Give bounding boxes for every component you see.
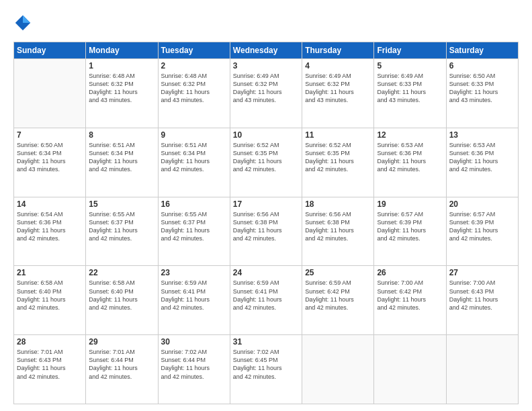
day-number: 9 — [161, 130, 227, 140]
day-number: 19 — [377, 199, 443, 209]
day-number: 31 — [233, 337, 299, 347]
day-number: 29 — [89, 337, 154, 347]
day-info: Sunrise: 6:59 AMSunset: 6:42 PMDaylight:… — [305, 279, 371, 312]
week-row-1: 7Sunrise: 6:50 AMSunset: 6:34 PMDaylight… — [14, 128, 519, 197]
day-info: Sunrise: 6:59 AMSunset: 6:41 PMDaylight:… — [161, 279, 227, 312]
day-number: 2 — [161, 61, 227, 71]
day-info: Sunrise: 6:53 AMSunset: 6:36 PMDaylight:… — [449, 141, 515, 174]
day-cell: 22Sunrise: 6:58 AMSunset: 6:40 PMDayligh… — [86, 266, 158, 335]
day-cell: 12Sunrise: 6:53 AMSunset: 6:36 PMDayligh… — [374, 128, 446, 197]
day-number: 22 — [89, 268, 154, 277]
day-number: 25 — [305, 268, 371, 277]
day-info: Sunrise: 6:59 AMSunset: 6:41 PMDaylight:… — [233, 279, 299, 312]
weekday-header-monday: Monday — [86, 42, 158, 59]
day-cell: 3Sunrise: 6:49 AMSunset: 6:32 PMDaylight… — [230, 59, 302, 128]
day-info: Sunrise: 6:53 AMSunset: 6:36 PMDaylight:… — [377, 141, 443, 174]
day-info: Sunrise: 6:51 AMSunset: 6:34 PMDaylight:… — [89, 141, 154, 174]
day-info: Sunrise: 6:54 AMSunset: 6:36 PMDaylight:… — [17, 210, 83, 243]
day-number: 13 — [449, 130, 515, 140]
day-number: 30 — [161, 337, 227, 347]
day-number: 27 — [449, 268, 515, 277]
svg-marker-1 — [23, 15, 30, 23]
day-info: Sunrise: 7:01 AMSunset: 6:44 PMDaylight:… — [89, 348, 154, 381]
day-info: Sunrise: 6:50 AMSunset: 6:34 PMDaylight:… — [17, 141, 83, 174]
day-number: 6 — [449, 61, 515, 71]
week-row-2: 14Sunrise: 6:54 AMSunset: 6:36 PMDayligh… — [14, 197, 519, 266]
day-info: Sunrise: 6:49 AMSunset: 6:32 PMDaylight:… — [233, 72, 299, 105]
day-info: Sunrise: 6:58 AMSunset: 6:40 PMDaylight:… — [89, 279, 154, 312]
day-number: 26 — [377, 268, 443, 277]
day-info: Sunrise: 6:57 AMSunset: 6:39 PMDaylight:… — [377, 210, 443, 243]
day-info: Sunrise: 7:02 AMSunset: 6:45 PMDaylight:… — [233, 348, 299, 381]
weekday-header-row: SundayMondayTuesdayWednesdayThursdayFrid… — [14, 42, 519, 59]
day-info: Sunrise: 6:49 AMSunset: 6:32 PMDaylight:… — [305, 72, 371, 105]
week-row-0: 1Sunrise: 6:48 AMSunset: 6:32 PMDaylight… — [14, 59, 519, 128]
day-cell: 2Sunrise: 6:48 AMSunset: 6:32 PMDaylight… — [158, 59, 230, 128]
day-cell: 5Sunrise: 6:49 AMSunset: 6:33 PMDaylight… — [374, 59, 446, 128]
day-number: 20 — [449, 199, 515, 209]
day-number: 5 — [377, 61, 443, 71]
day-cell: 20Sunrise: 6:57 AMSunset: 6:39 PMDayligh… — [446, 197, 518, 266]
day-info: Sunrise: 6:55 AMSunset: 6:37 PMDaylight:… — [89, 210, 154, 243]
day-number: 17 — [233, 199, 299, 209]
day-info: Sunrise: 7:00 AMSunset: 6:42 PMDaylight:… — [377, 279, 443, 312]
day-cell: 9Sunrise: 6:51 AMSunset: 6:34 PMDaylight… — [158, 128, 230, 197]
day-cell: 13Sunrise: 6:53 AMSunset: 6:36 PMDayligh… — [446, 128, 518, 197]
weekday-header-thursday: Thursday — [302, 42, 374, 59]
logo — [13, 13, 35, 32]
day-info: Sunrise: 6:50 AMSunset: 6:33 PMDaylight:… — [449, 72, 515, 105]
week-row-3: 21Sunrise: 6:58 AMSunset: 6:40 PMDayligh… — [14, 266, 519, 335]
day-cell: 26Sunrise: 7:00 AMSunset: 6:42 PMDayligh… — [374, 266, 446, 335]
day-cell: 11Sunrise: 6:52 AMSunset: 6:35 PMDayligh… — [302, 128, 374, 197]
day-cell — [14, 59, 86, 128]
logo-icon — [13, 13, 32, 32]
day-cell: 25Sunrise: 6:59 AMSunset: 6:42 PMDayligh… — [302, 266, 374, 335]
weekday-header-tuesday: Tuesday — [158, 42, 230, 59]
day-number: 24 — [233, 268, 299, 277]
day-number: 10 — [233, 130, 299, 140]
day-cell — [446, 335, 518, 404]
day-cell: 21Sunrise: 6:58 AMSunset: 6:40 PMDayligh… — [14, 266, 86, 335]
day-number: 4 — [305, 61, 371, 71]
day-cell: 23Sunrise: 6:59 AMSunset: 6:41 PMDayligh… — [158, 266, 230, 335]
day-cell: 18Sunrise: 6:56 AMSunset: 6:38 PMDayligh… — [302, 197, 374, 266]
weekday-header-sunday: Sunday — [14, 42, 86, 59]
day-number: 15 — [89, 199, 154, 209]
day-cell: 24Sunrise: 6:59 AMSunset: 6:41 PMDayligh… — [230, 266, 302, 335]
day-number: 23 — [161, 268, 227, 277]
day-number: 8 — [89, 130, 154, 140]
day-cell: 15Sunrise: 6:55 AMSunset: 6:37 PMDayligh… — [86, 197, 158, 266]
day-info: Sunrise: 6:56 AMSunset: 6:38 PMDaylight:… — [233, 210, 299, 243]
day-cell: 17Sunrise: 6:56 AMSunset: 6:38 PMDayligh… — [230, 197, 302, 266]
day-number: 16 — [161, 199, 227, 209]
day-number: 28 — [17, 337, 83, 347]
weekday-header-wednesday: Wednesday — [230, 42, 302, 59]
day-number: 7 — [17, 130, 83, 140]
day-cell: 1Sunrise: 6:48 AMSunset: 6:32 PMDaylight… — [86, 59, 158, 128]
day-info: Sunrise: 6:51 AMSunset: 6:34 PMDaylight:… — [161, 141, 227, 174]
day-cell: 6Sunrise: 6:50 AMSunset: 6:33 PMDaylight… — [446, 59, 518, 128]
day-cell: 4Sunrise: 6:49 AMSunset: 6:32 PMDaylight… — [302, 59, 374, 128]
day-info: Sunrise: 6:48 AMSunset: 6:32 PMDaylight:… — [161, 72, 227, 105]
day-info: Sunrise: 7:02 AMSunset: 6:44 PMDaylight:… — [161, 348, 227, 381]
day-info: Sunrise: 6:52 AMSunset: 6:35 PMDaylight:… — [305, 141, 371, 174]
day-cell: 8Sunrise: 6:51 AMSunset: 6:34 PMDaylight… — [86, 128, 158, 197]
day-info: Sunrise: 6:48 AMSunset: 6:32 PMDaylight:… — [89, 72, 154, 105]
day-number: 3 — [233, 61, 299, 71]
week-row-4: 28Sunrise: 7:01 AMSunset: 6:43 PMDayligh… — [14, 335, 519, 404]
day-number: 12 — [377, 130, 443, 140]
day-number: 14 — [17, 199, 83, 209]
day-info: Sunrise: 6:58 AMSunset: 6:40 PMDaylight:… — [17, 279, 83, 312]
day-info: Sunrise: 6:49 AMSunset: 6:33 PMDaylight:… — [377, 72, 443, 105]
calendar: SundayMondayTuesdayWednesdayThursdayFrid… — [13, 42, 519, 404]
day-number: 21 — [17, 268, 83, 277]
day-info: Sunrise: 6:57 AMSunset: 6:39 PMDaylight:… — [449, 210, 515, 243]
day-cell: 27Sunrise: 7:00 AMSunset: 6:43 PMDayligh… — [446, 266, 518, 335]
day-info: Sunrise: 7:01 AMSunset: 6:43 PMDaylight:… — [17, 348, 83, 381]
day-number: 1 — [89, 61, 154, 71]
header — [13, 13, 519, 32]
day-cell — [374, 335, 446, 404]
day-cell: 28Sunrise: 7:01 AMSunset: 6:43 PMDayligh… — [14, 335, 86, 404]
day-info: Sunrise: 6:52 AMSunset: 6:35 PMDaylight:… — [233, 141, 299, 174]
day-info: Sunrise: 6:56 AMSunset: 6:38 PMDaylight:… — [305, 210, 371, 243]
